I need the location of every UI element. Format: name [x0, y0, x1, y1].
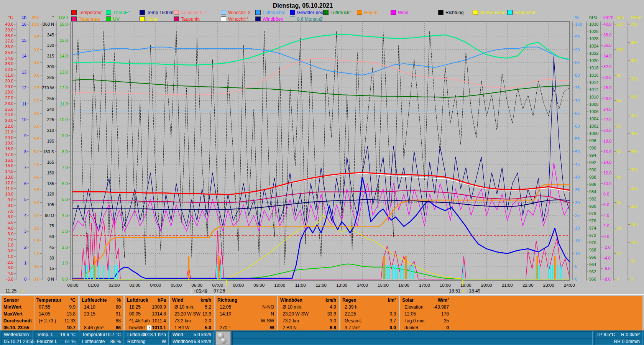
axis-label: 48 — [616, 175, 621, 179]
axis-label: 11.0 — [5, 186, 13, 191]
axis-label: 30 — [49, 256, 54, 260]
cell-label: 3.7 l/m² — [342, 325, 360, 330]
axis-label: 1.0 — [8, 243, 13, 247]
cell-value: 86 — [116, 325, 121, 330]
axis-label: 72 — [616, 124, 621, 128]
table-group-solar: SolarW/m² Elevation-43.987 12:05178 Tag:… — [400, 296, 642, 331]
status-label: TP 8.5°C — [596, 332, 615, 337]
cell-value: 35 — [444, 318, 449, 324]
table-header-row: Regenl/m² — [340, 297, 399, 304]
table-row: 14:1080 — [80, 304, 123, 310]
cell-value: W/m² — [438, 297, 449, 303]
axis-label: 255 — [47, 96, 54, 101]
cell-label — [217, 318, 220, 324]
cell-value: N-NO — [262, 304, 274, 310]
axis-label: 26.0 — [5, 101, 13, 106]
axis-label: 32.0 — [5, 67, 13, 72]
axis-label: 36 — [616, 200, 621, 205]
table-header-row: LuftdruckhPa — [125, 297, 169, 304]
table-row: Elevation-43.987 — [400, 304, 452, 310]
cell-value: 0.3 — [389, 311, 396, 317]
x-tick-label: 05:00 — [171, 283, 182, 288]
axis-label: 120 — [47, 192, 54, 196]
axis-label: 13.0 — [60, 70, 68, 74]
axis-label: 36.0 — [603, 43, 611, 48]
axis-label: 15 — [49, 266, 54, 271]
axis-label: 70 — [575, 99, 580, 103]
axis-lm2: 10.09.59.08.58.07.57.06.56.05.55.04.54.0… — [31, 15, 42, 281]
axis-label: 1004 — [589, 117, 598, 121]
status-panel-temp-i-: Temp. I.19.6 °C — [34, 331, 78, 338]
cell-value: 2.0 — [205, 318, 211, 324]
cell-value: W — [270, 325, 274, 330]
cell-label: Temperatur — [36, 297, 61, 303]
axis-label: 1.0 — [62, 261, 68, 265]
axis-label: 960 — [589, 277, 596, 281]
cell-value: 3.0 — [330, 318, 336, 324]
cell-label: 14:10 — [82, 304, 95, 310]
cell-value: 13.9 — [202, 311, 211, 317]
cell-value: 0.0 — [389, 325, 396, 330]
axis-label: 1.0 — [34, 251, 39, 256]
axis-label: -4.0 — [6, 271, 13, 276]
cell-value: 1011.4 — [152, 318, 166, 324]
status-panel-richtung: RichtungW — [125, 338, 169, 345]
moonrise-time: ↑05:49 — [194, 289, 207, 294]
axis-label: 21.0 — [5, 130, 13, 134]
axis-label: 500 — [631, 95, 637, 99]
axis-label: 984 — [589, 189, 596, 194]
axis-label: 75 — [49, 223, 54, 228]
axis-label: 6.0 — [62, 181, 68, 186]
cell-label: 07:55 — [36, 304, 50, 310]
status-panel-luftfeuchte: Luftfeuchte86 % — [80, 338, 123, 345]
axis-label: 4.0 — [603, 213, 609, 218]
cell-value: % — [117, 297, 121, 303]
axis-label: 10.0 — [60, 117, 68, 122]
axis-label: 1 — [24, 261, 26, 265]
axis-label: 4.5 — [34, 162, 39, 167]
axis-label: 0.0 — [603, 234, 609, 239]
x-tick-label: 21:00 — [502, 283, 513, 288]
axis-label: 400 — [631, 131, 637, 136]
axis-label: 9.0 — [34, 48, 39, 52]
axis-label: 0 — [616, 277, 619, 281]
cell-value: hPa — [158, 297, 166, 303]
weather-chart[interactable]: 40.039.038.037.036.035.034.033.032.031.0… — [0, 0, 644, 294]
axis-label: 4.0 — [34, 175, 39, 179]
axis-label: 964 — [589, 262, 596, 267]
axis-label: 1010 — [589, 95, 598, 99]
cell-value: 0 — [446, 325, 449, 330]
status-label: Richtung — [127, 339, 145, 344]
cell-value: km/h — [325, 297, 336, 303]
cell-label: dunkel — [402, 325, 418, 330]
cell-label: Durchschnitt — [3, 318, 32, 324]
axis-label: -2.0 — [603, 245, 611, 250]
axis-label: 225 — [47, 117, 54, 122]
axis-kmh: 40.038.036.034.032.030.028.026.024.022.0… — [601, 15, 613, 281]
axis-label: 80 — [575, 73, 580, 77]
cell-label: Luftdruck — [127, 297, 148, 303]
cell-label: 12:05 — [402, 311, 416, 317]
x-tick-label: 13:00 — [336, 283, 347, 288]
status-panel-05-10-21-23-55: 05.10.21 23:55 — [2, 338, 33, 345]
axis-label: 60 — [575, 124, 580, 128]
axis-label: 16.0 — [60, 22, 68, 26]
axis-label: 9.0 — [8, 197, 13, 202]
axis-label: 300 — [631, 168, 637, 172]
axis-label: 39.0 — [5, 28, 13, 32]
axis-pct: 1009590858075706560555045403530252015105… — [572, 15, 582, 281]
axis-label: 95 — [575, 34, 580, 39]
cell-value: 10.7 — [67, 325, 76, 330]
axis-label: 25.0 — [5, 107, 13, 112]
sunrise-time: 07:26 — [214, 288, 225, 294]
axis-label: 1030 — [589, 22, 598, 26]
axis-label: 195 — [47, 139, 54, 143]
table-row: (+ 2.73 )11.33 — [34, 317, 78, 324]
axis-label: 2.0 — [62, 245, 68, 250]
moonrise-icon: ☽ — [188, 288, 192, 294]
axis-label: 12 — [22, 85, 26, 90]
axis-label: -5.0 — [6, 277, 13, 281]
axis-label: 982 — [589, 197, 596, 201]
table-row: Gesamt:3.7 — [340, 317, 399, 324]
axis-header-cb: cb — [21, 15, 26, 20]
